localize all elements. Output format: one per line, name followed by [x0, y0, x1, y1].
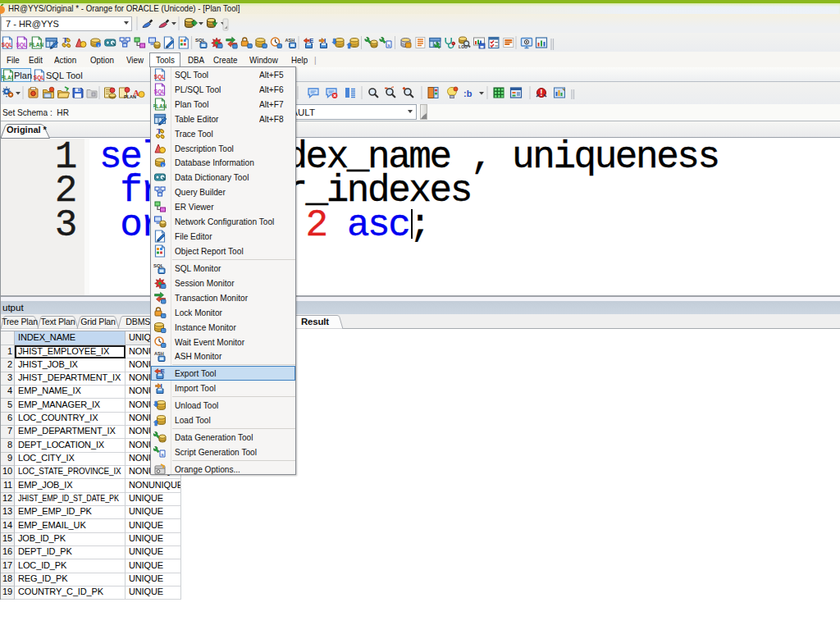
svg-text:PLAN: PLAN — [29, 42, 43, 48]
svg-text:!: ! — [540, 89, 542, 98]
svg-text:SQL: SQL — [34, 75, 44, 81]
svg-text:Result: Result — [301, 317, 329, 326]
svg-text:ASH: ASH — [154, 351, 164, 356]
svg-text:PLAN: PLAN — [153, 103, 167, 109]
svg-text:SQL: SQL — [154, 74, 165, 80]
svg-text:Grid Plan: Grid Plan — [80, 317, 116, 326]
svg-text:SQL: SQL — [16, 42, 27, 48]
svg-text::b: :b — [463, 89, 472, 98]
svg-text:ASH: ASH — [285, 38, 295, 43]
svg-text:LOO: LOO — [459, 44, 468, 49]
svg-text:Tree Plan: Tree Plan — [2, 317, 38, 326]
svg-text:SQL: SQL — [153, 262, 164, 267]
svg-text:SQL: SQL — [195, 38, 206, 43]
svg-text:PLAN: PLAN — [2, 75, 13, 80]
svg-text:Text Plan: Text Plan — [41, 317, 75, 326]
svg-text:SQL: SQL — [2, 42, 12, 48]
svg-text:SQL: SQL — [154, 89, 165, 95]
